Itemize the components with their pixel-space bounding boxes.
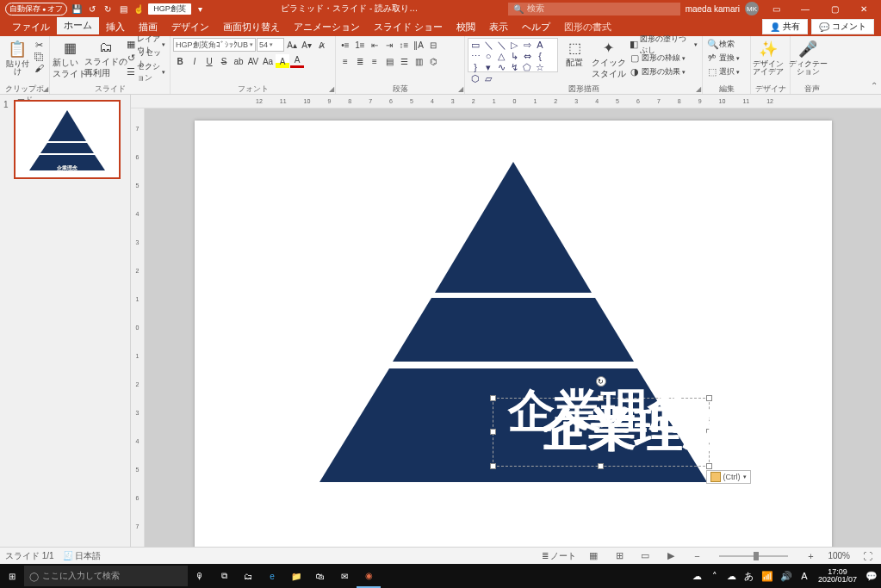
increase-font-icon[interactable]: A▴ <box>285 38 299 52</box>
line-spacing-icon[interactable]: ↕≡ <box>397 38 411 52</box>
replace-button[interactable]: ᵃ⁄ᵇ置換▾ <box>705 52 741 65</box>
textbox-content[interactable]: 企業理念 企業理念 <box>508 390 694 473</box>
shape-arrow-icon[interactable]: ▷ <box>508 40 520 50</box>
shape-flow-icon[interactable]: ⬠ <box>521 62 533 72</box>
arrange-button[interactable]: ⬚配置 <box>560 38 590 81</box>
tab-home[interactable]: ホーム <box>57 17 99 36</box>
tray-volume-icon[interactable]: 🔊 <box>777 564 796 588</box>
shape-brace2-icon[interactable]: } <box>469 62 481 72</box>
language-indicator[interactable]: 🧾 日本語 <box>63 550 102 562</box>
notes-button[interactable]: ≣ ノート <box>542 550 577 562</box>
user-avatar[interactable]: MK <box>745 2 759 15</box>
thumbnail-pane[interactable]: 1 企業理念 <box>0 95 131 547</box>
shape-line2-icon[interactable]: ＼ <box>495 40 507 50</box>
dictate-button[interactable]: 🎤ディクテー ション <box>793 38 822 81</box>
taskbar-app-store[interactable]: 🛍 <box>308 564 332 588</box>
italic-icon[interactable]: I <box>188 54 202 68</box>
maximize-icon[interactable]: ▢ <box>822 4 847 14</box>
shape-effects-button[interactable]: ◑図形の効果▾ <box>628 65 699 78</box>
font-family-combo[interactable]: HGP創英角ｺﾞｼｯｸUB▾ <box>173 38 256 52</box>
slide[interactable]: ↻ 企業理念 企業理念 (Ctrl) ▾ <box>195 121 832 547</box>
font-size-combo[interactable]: 54▾ <box>257 38 284 52</box>
shape-outline-button[interactable]: ▢図形の枠線▾ <box>628 52 699 65</box>
shape-star-icon[interactable]: ☆ <box>534 62 546 72</box>
format-painter-icon[interactable]: 🖌 <box>34 63 44 73</box>
start-button[interactable]: ⊞ <box>0 564 24 588</box>
shape-elbow-icon[interactable]: ↳ <box>508 51 520 61</box>
distributed-icon[interactable]: ☰ <box>397 54 411 68</box>
slideshow-start-icon[interactable]: ▤ <box>117 4 129 14</box>
shape-connector-icon[interactable]: ↯ <box>508 62 520 72</box>
shape-doublearrow-icon[interactable]: ⇔ <box>521 51 533 61</box>
search-box[interactable]: 🔍 検索 <box>508 3 680 15</box>
tab-transitions[interactable]: 画面切り替え <box>216 19 287 36</box>
slide-canvas-area[interactable]: ↻ 企業理念 企業理念 (Ctrl) ▾ <box>145 108 881 547</box>
resize-handle-bl[interactable] <box>490 463 496 469</box>
shape-callout-icon[interactable]: ⬡ <box>469 73 481 84</box>
fit-to-window-icon[interactable]: ⛶ <box>859 551 876 561</box>
cortana-mic-icon[interactable]: 🎙 <box>188 564 212 588</box>
horizontal-ruler[interactable]: 1211109876543210123456789101112 <box>131 95 881 108</box>
tray-cloud-icon[interactable]: ☁ <box>723 564 741 588</box>
save-icon[interactable]: 💾 <box>71 4 83 14</box>
taskbar-app-mail[interactable]: ✉ <box>332 564 357 588</box>
close-icon[interactable]: ✕ <box>852 4 876 14</box>
minimize-icon[interactable]: — <box>793 4 817 14</box>
design-ideas-button[interactable]: ✨デザイン アイデア <box>754 38 783 81</box>
tab-animations[interactable]: アニメーション <box>287 19 367 36</box>
drawing-dialog-launcher[interactable]: ◢ <box>696 85 701 93</box>
shape-fill-button[interactable]: ◧図形の塗りつぶし▾ <box>628 38 699 51</box>
tray-input-icon[interactable]: あ <box>741 564 758 588</box>
shape-oval-icon[interactable]: ○ <box>482 51 494 61</box>
zoom-out-icon[interactable]: − <box>688 551 705 561</box>
paste-button[interactable]: 📋 貼り付け <box>3 38 32 81</box>
vertical-ruler[interactable]: 9876543210123456789 <box>131 108 145 547</box>
redo-icon[interactable]: ↻ <box>102 4 114 14</box>
tab-help[interactable]: ヘルプ <box>515 19 557 36</box>
tray-ime-icon[interactable]: A <box>796 564 813 588</box>
decrease-font-icon[interactable]: A▾ <box>300 38 313 52</box>
taskbar-app-files[interactable]: 📁 <box>284 564 308 588</box>
taskbar-app-edge[interactable]: e <box>260 564 284 588</box>
comments-button[interactable]: 💬コメント <box>811 19 874 34</box>
tab-shape-format[interactable]: 図形の書式 <box>557 19 618 36</box>
section-button[interactable]: ☰セクション▾ <box>125 65 167 78</box>
task-view-icon[interactable]: ⧉ <box>212 564 236 588</box>
undo-icon[interactable]: ↺ <box>86 4 98 14</box>
align-left-icon[interactable]: ≡ <box>338 54 352 68</box>
strikethrough-icon[interactable]: S <box>217 54 231 68</box>
new-slide-button[interactable]: ▦新しい スライド <box>53 38 87 81</box>
justify-icon[interactable]: ▤ <box>382 54 396 68</box>
slide-thumbnail-1[interactable]: 企業理念 <box>14 100 121 179</box>
quick-styles-button[interactable]: ✦クイック スタイル <box>592 38 626 81</box>
tab-file[interactable]: ファイル <box>5 19 57 36</box>
resize-handle-tl[interactable] <box>490 395 496 401</box>
tray-wifi-icon[interactable]: 📶 <box>758 564 777 588</box>
bold-icon[interactable]: B <box>173 54 187 68</box>
shape-action-icon[interactable]: ▱ <box>482 73 494 84</box>
underline-icon[interactable]: U <box>202 54 216 68</box>
numbering-icon[interactable]: 1≡ <box>353 38 367 52</box>
character-spacing-icon[interactable]: AV <box>246 54 260 68</box>
cut-icon[interactable]: ✂ <box>34 40 44 51</box>
resize-handle-tr[interactable] <box>706 395 712 401</box>
sorter-view-icon[interactable]: ⊞ <box>611 550 628 561</box>
slide-position[interactable]: スライド 1/1 <box>5 550 54 562</box>
shapes-gallery[interactable]: ▭＼＼▷⇨A⋯ ○△↳⇔{}▾ ∿↯⬠☆⬡▱ <box>468 38 558 72</box>
reading-view-icon[interactable]: ▭ <box>636 550 654 561</box>
qat-font-name[interactable]: HGP創英 <box>148 3 191 15</box>
shape-tri-icon[interactable]: △ <box>495 51 507 61</box>
clear-formatting-icon[interactable]: A̷ <box>314 38 328 52</box>
zoom-in-icon[interactable]: + <box>802 551 819 561</box>
shape-curve-icon[interactable]: ∿ <box>495 62 507 72</box>
columns-icon[interactable]: ▥ <box>412 54 425 68</box>
tab-insert[interactable]: 挿入 <box>99 19 132 36</box>
shape-flyout-icon[interactable]: ▾ <box>482 62 494 72</box>
zoom-level[interactable]: 100% <box>828 551 850 560</box>
textbox-selected[interactable]: ↻ 企業理念 企業理念 <box>493 398 710 467</box>
qat-dropdown-icon[interactable]: ▾ <box>195 4 207 14</box>
copy-icon[interactable]: ⿻ <box>34 52 44 62</box>
shape-arrow2-icon[interactable]: ⇨ <box>521 40 533 50</box>
resize-handle-br[interactable] <box>706 463 712 469</box>
find-button[interactable]: 🔍検索 <box>705 38 741 51</box>
